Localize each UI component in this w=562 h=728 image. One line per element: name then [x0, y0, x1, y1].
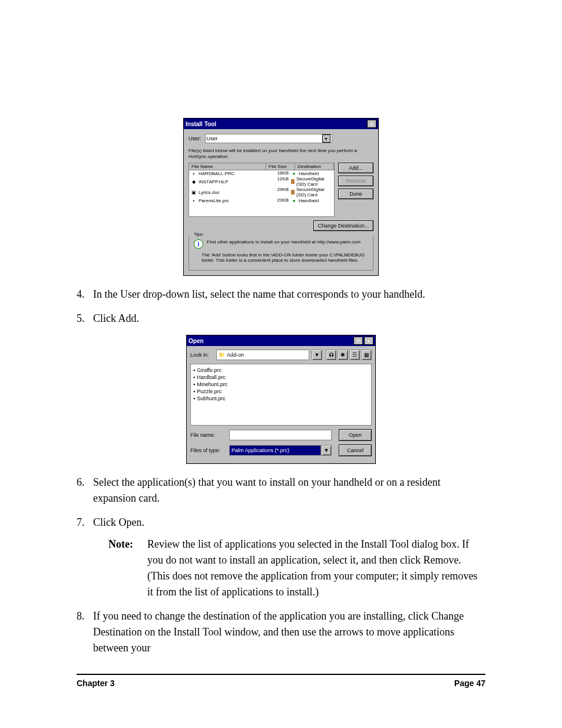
- file-browser[interactable]: ▪Giraffe.prc ▪Hardball.prc ▪Minehunt.prc…: [190, 364, 372, 426]
- new-folder-icon[interactable]: ✱: [338, 350, 348, 360]
- list-item[interactable]: ▪Subhunt.prc: [193, 395, 369, 402]
- folder-icon: 📁: [219, 352, 225, 358]
- list-item[interactable]: ▪Giraffe.prc: [193, 367, 369, 374]
- remove-button[interactable]: Remove: [338, 176, 373, 186]
- step-4: 4. In the User drop-down list, select th…: [77, 286, 485, 302]
- file-icon: ▪: [193, 388, 195, 395]
- list-headers: File Name File Size Destination: [189, 163, 334, 170]
- look-in-label: Look in:: [190, 352, 213, 358]
- change-destination-button[interactable]: Change Destination...: [313, 220, 373, 231]
- file-icon: ▪: [193, 395, 195, 402]
- chevron-down-icon[interactable]: ▼: [322, 134, 330, 143]
- install-tool-dialog: Install Tool × User: User ▼ File(s) list…: [183, 118, 379, 276]
- figure-install-tool: Install Tool × User: User ▼ File(s) list…: [77, 118, 485, 276]
- list-item[interactable]: ▣Lyrics.doc 29KB SecureDigital (SD) Card: [189, 187, 334, 197]
- file-list[interactable]: File Name File Size Destination ▪HARDBAL…: [189, 163, 335, 217]
- figure-open-dialog: Open ? × Look in: 📁 Add-on ▼: [77, 335, 485, 464]
- step-6: 6. Select the application(s) that you wa…: [77, 475, 485, 506]
- add-button[interactable]: Add...: [338, 163, 373, 173]
- list-item[interactable]: ▪ParensLite.prc 23KB ●Handheld: [189, 197, 334, 203]
- list-item[interactable]: ▪Hardball.prc: [193, 374, 369, 381]
- file-icon: ▪: [193, 381, 195, 388]
- titlebar: Open ? ×: [187, 335, 375, 346]
- help-icon[interactable]: ?: [353, 337, 363, 345]
- list-view-icon[interactable]: ☰: [349, 350, 360, 360]
- cancel-button[interactable]: Cancel: [339, 444, 372, 456]
- done-button[interactable]: Done: [338, 189, 373, 199]
- titlebar: Install Tool ×: [184, 118, 378, 129]
- up-one-level-icon[interactable]: ⮉: [326, 350, 336, 360]
- file-icon: ▪: [191, 170, 197, 176]
- footer-page: Page 47: [454, 678, 485, 688]
- header-destination[interactable]: Destination: [295, 163, 334, 170]
- list-item[interactable]: ▪Minehunt.prc: [193, 381, 369, 388]
- user-value: User: [207, 136, 218, 141]
- step-8: 8. If you need to change the destination…: [77, 608, 485, 656]
- chevron-down-icon[interactable]: ▼: [312, 350, 322, 360]
- list-item[interactable]: ▪HARDBALL.PRC 18KB ●Handheld: [189, 170, 334, 176]
- info-icon: i: [194, 239, 203, 249]
- look-in-dropdown[interactable]: 📁 Add-on: [216, 350, 309, 360]
- footer-chapter: Chapter 3: [77, 678, 115, 688]
- header-filename[interactable]: File Name: [189, 163, 266, 170]
- sdcard-icon: [291, 190, 295, 195]
- step-5: 5. Click Add.: [77, 311, 485, 327]
- dialog-title: Open: [189, 338, 204, 344]
- details-view-icon[interactable]: ▦: [361, 350, 372, 360]
- sdcard-icon: [291, 179, 295, 184]
- file-icon: ▪: [191, 197, 197, 203]
- list-item[interactable]: ▪Puzzle.prc: [193, 388, 369, 395]
- file-icon: ▪: [193, 367, 195, 374]
- file-icon: ◆: [191, 179, 197, 185]
- tip-text: Find other applications to install on yo…: [207, 239, 361, 245]
- header-size[interactable]: File Size: [266, 163, 295, 170]
- file-name-input[interactable]: [229, 430, 332, 440]
- handheld-icon: ●: [291, 197, 297, 203]
- close-icon[interactable]: ×: [364, 337, 373, 345]
- dialog-title: Install Tool: [186, 121, 216, 127]
- user-dropdown[interactable]: User ▼: [205, 134, 332, 143]
- page-footer: Chapter 3 Page 47: [77, 674, 485, 688]
- tips-box: i Find other applications to install on …: [189, 236, 373, 271]
- handheld-icon: ●: [291, 170, 297, 176]
- close-icon[interactable]: ×: [367, 120, 376, 128]
- files-of-type-dropdown[interactable]: Palm Applications (*.prc) ▼: [229, 446, 332, 455]
- open-dialog: Open ? × Look in: 📁 Add-on ▼: [186, 335, 376, 464]
- tip-text: The 'Add' button looks first in the \ADD…: [201, 252, 368, 263]
- instruction-text: File(s) listed below will be installed o…: [189, 148, 373, 159]
- files-of-type-label: Files of type:: [190, 447, 226, 453]
- file-icon: ▣: [191, 189, 197, 195]
- page: Install Tool × User: User ▼ File(s) list…: [0, 0, 562, 723]
- open-button[interactable]: Open: [339, 429, 372, 441]
- note: Note: Review the list of applications yo…: [108, 536, 485, 600]
- step-7: 7. Click Open. Note: Review the list of …: [77, 515, 485, 600]
- user-label: User:: [189, 136, 201, 141]
- chevron-down-icon[interactable]: ▼: [321, 445, 332, 456]
- list-item[interactable]: ◆INSTAPP.HLP 12KB SecureDigital (SD) Car…: [189, 176, 334, 187]
- file-name-label: File name:: [190, 432, 226, 438]
- file-icon: ▪: [193, 374, 195, 381]
